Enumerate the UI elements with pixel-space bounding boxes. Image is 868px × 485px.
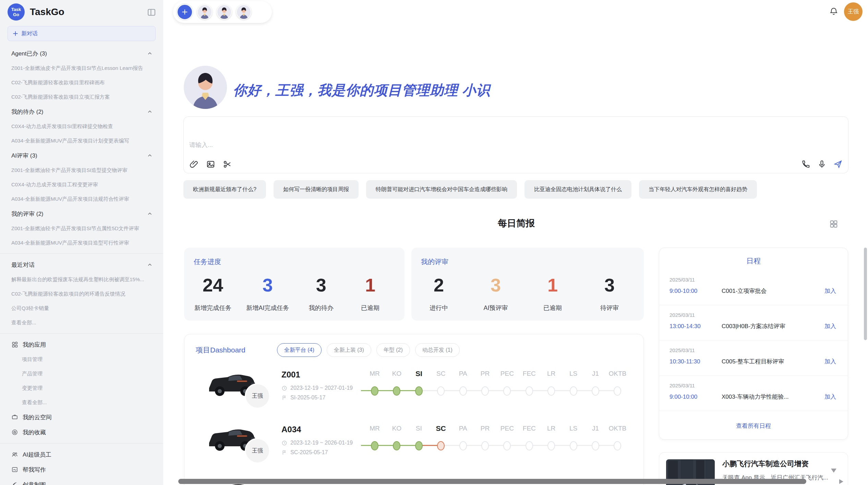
sidebar: Task Go TaskGo 新对话 Agent已办 (3) Z001-全新燃油… xyxy=(0,0,163,485)
horizontal-scrollbar-thumb[interactable] xyxy=(178,479,806,484)
sidebar-task-item[interactable]: C02-飞腾新能源轻客改款项目立项汇报方案 xyxy=(0,90,163,104)
scissors-icon[interactable] xyxy=(223,160,232,169)
sidebar-task-item[interactable]: A034-全新新能源MUV产品开发项目法规符合性评审 xyxy=(0,192,163,206)
suggestion-chip[interactable]: 当下年轻人对汽车外观有怎样的喜好趋势 xyxy=(639,180,757,199)
join-button[interactable]: 加入 xyxy=(824,287,836,295)
join-button[interactable]: 加入 xyxy=(824,393,836,401)
milestone-dot xyxy=(393,441,400,450)
app-link[interactable]: 项目管理 xyxy=(0,352,163,366)
chevron-up-icon[interactable] xyxy=(147,262,153,268)
agent-avatar[interactable] xyxy=(217,4,232,20)
section-header[interactable]: AI评审 (3) xyxy=(0,148,163,163)
app-link[interactable]: 产品管理 xyxy=(0,366,163,381)
join-button[interactable]: 加入 xyxy=(824,358,836,365)
chevron-up-icon[interactable] xyxy=(147,50,153,57)
dashboard-title: 项目Dashboard xyxy=(196,345,245,355)
sidebar-item-favorites[interactable]: 我的收藏 xyxy=(0,425,163,440)
app-link[interactable]: 变更管理 xyxy=(0,381,163,395)
owner-name: 王强 xyxy=(252,393,263,400)
milestone-j1: J1 xyxy=(584,369,606,396)
sidebar-task-item[interactable]: C0X4-动力总成开发项目SI里程碑提交物检查 xyxy=(0,119,163,134)
recent-chat-item[interactable]: 解释最新出台的欧盟报废车法规再生塑料比例被调至15%... xyxy=(0,272,163,287)
section-header[interactable]: Agent已办 (3) xyxy=(0,46,163,61)
chevron-up-icon[interactable] xyxy=(147,152,153,159)
milestone-pec: PEC xyxy=(496,369,518,396)
sidebar-item-ai-employee[interactable]: AI超级员工 xyxy=(0,447,163,462)
join-button[interactable]: 加入 xyxy=(824,322,836,330)
section-header[interactable]: 我的评审 (2) xyxy=(0,206,163,221)
sidebar-task-item[interactable]: Z001-全新燃油轻卡产品开发项目SI节点属性5D文件评审 xyxy=(0,221,163,236)
suggestion-chip[interactable]: 如何写一份清晰的项目周报 xyxy=(274,180,359,199)
recent-chat-item[interactable]: 公司Q3轻卡销量 xyxy=(0,301,163,315)
scroll-right-arrow[interactable] xyxy=(839,479,843,484)
send-icon[interactable] xyxy=(833,160,843,169)
section-header[interactable]: 我的待办 (2) xyxy=(0,104,163,119)
chevron-up-icon[interactable] xyxy=(147,211,153,217)
layout-grid-icon[interactable] xyxy=(829,219,839,229)
sidebar-collapse-icon[interactable] xyxy=(147,8,156,16)
attachment-icon[interactable] xyxy=(189,160,198,169)
sidebar-task-item[interactable]: A034-全新新能源MUV产品开发项目造型可行性评审 xyxy=(0,236,163,250)
sidebar-task-item[interactable]: A034-全新新能源MUV产品开发项目计划变更表编写 xyxy=(0,134,163,148)
milestone-dot xyxy=(526,386,533,396)
app-window: Task Go TaskGo 新对话 Agent已办 (3) Z001-全新燃油… xyxy=(0,0,868,485)
divider xyxy=(0,333,163,334)
image-upload-icon[interactable] xyxy=(206,160,215,169)
new-chat-button[interactable]: 新对话 xyxy=(8,26,156,41)
app-title: TaskGo xyxy=(30,7,147,17)
view-all-schedule-link[interactable]: 查看所有日程 xyxy=(659,422,848,430)
voice-call-icon[interactable] xyxy=(801,160,810,169)
milestone-lr: LR xyxy=(540,369,562,396)
scroll-down-arrow[interactable] xyxy=(831,469,836,473)
agent-avatar[interactable] xyxy=(236,4,251,20)
section-header[interactable]: 最近对话 xyxy=(0,257,163,272)
sidebar-item-my-apps[interactable]: 我的应用 xyxy=(0,337,163,352)
filter-chip[interactable]: 年型 (2) xyxy=(376,343,410,357)
add-session-button[interactable] xyxy=(177,4,193,20)
sidebar-item-cloud-space[interactable]: 我的云空间 xyxy=(0,410,163,425)
sidebar-section-my-review: 我的评审 (2) Z001-全新燃油轻卡产品开发项目SI节点属性5D文件评审A0… xyxy=(0,206,163,250)
sidebar-task-item[interactable]: Z001-全新燃油轻卡产品开发项目SI造型提交物评审 xyxy=(0,163,163,177)
greeting-title: 你好，王强，我是你的项目管理助理 小识 xyxy=(233,81,490,100)
stat: 3我的待办 xyxy=(304,275,338,312)
user-avatar[interactable]: 王强 xyxy=(844,2,863,21)
event-time: 9:00-10:00 xyxy=(670,394,722,400)
suggestion-chip[interactable]: 特朗普可能对进口汽车增税会对中国车企造成哪些影响 xyxy=(366,180,517,199)
favorites-label: 我的收藏 xyxy=(23,428,46,436)
agent-avatar[interactable] xyxy=(197,4,212,20)
filter-chip[interactable]: 动总开发 (1) xyxy=(415,343,460,357)
plus-icon xyxy=(181,8,189,16)
recent-chat-item[interactable]: C02-飞腾新能源轻客改款项目的闭环通告反馈情况 xyxy=(0,287,163,301)
milestone-dot xyxy=(415,386,423,396)
microphone-icon[interactable] xyxy=(817,160,827,169)
notifications-bell-icon[interactable] xyxy=(829,7,839,16)
schedule-title: 日程 xyxy=(659,248,848,266)
user-name: 王强 xyxy=(848,8,859,15)
sidebar-item-creative-draw[interactable]: 创意制图 xyxy=(0,477,163,485)
milestone-ls: LS xyxy=(563,423,584,450)
project-row[interactable]: 王强 Z001 2023-12-19 ~ 2027-01-19 SI-2025-… xyxy=(184,365,643,420)
milestone-dot xyxy=(371,441,378,450)
stat-value: 3 xyxy=(604,275,615,295)
project-row[interactable]: 王强 A034 2023-12-19 ~ 2026-01-19 SC-2025-… xyxy=(184,420,643,475)
filter-chip[interactable]: 全新平台 (4) xyxy=(277,343,322,357)
sidebar-task-item[interactable]: C02-飞腾新能源轻客改款项目里程碑画布 xyxy=(0,75,163,90)
event-time: 13:00-14:30 xyxy=(670,323,722,330)
recent-view-all[interactable]: 查看全部... xyxy=(0,315,163,330)
project-dates: 2023-12-19 ~ 2027-01-19 xyxy=(290,385,353,391)
vertical-scrollbar-thumb[interactable] xyxy=(864,248,867,340)
project-info: A034 2023-12-19 ~ 2026-01-19 SC-2025-05-… xyxy=(281,425,353,456)
suggestion-chip[interactable]: 比亚迪全固态电池计划具体说了什么 xyxy=(525,180,631,199)
filter-chip[interactable]: 全新上装 (3) xyxy=(327,343,371,357)
clock-icon xyxy=(281,440,287,446)
milestone-sc: SC xyxy=(430,369,452,396)
suggestion-chip[interactable]: 欧洲新规最近颁布了什么? xyxy=(183,180,266,199)
chevron-up-icon[interactable] xyxy=(147,109,153,115)
sidebar-task-item[interactable]: Z001-全新燃油皮卡产品开发项目SI节点Lesson Learn报告 xyxy=(0,61,163,75)
chat-input[interactable]: 请输入... xyxy=(183,116,848,173)
sidebar-item-help-write[interactable]: 帮我写作 xyxy=(0,462,163,477)
my-apps-label: 我的应用 xyxy=(23,341,46,349)
sidebar-task-item[interactable]: C0X4-动力总成开发项目工程变更评审 xyxy=(0,177,163,192)
apps-view-all[interactable]: 查看全部... xyxy=(0,395,163,410)
stat: 3待评审 xyxy=(592,275,627,312)
